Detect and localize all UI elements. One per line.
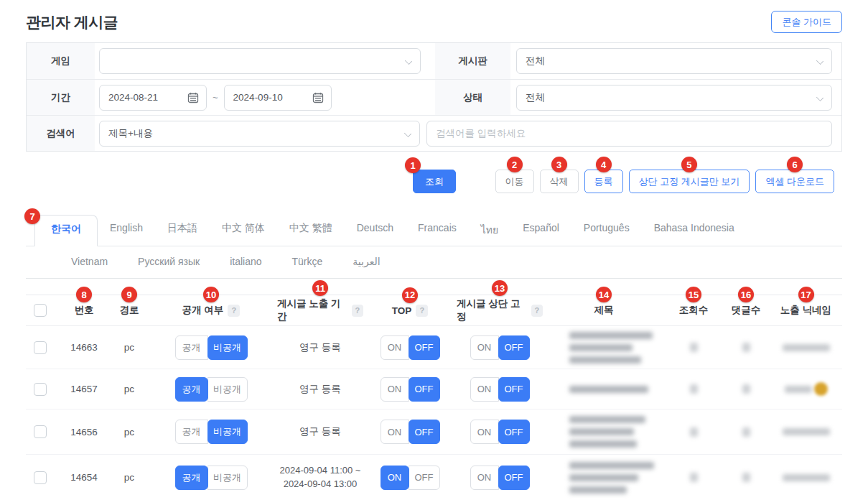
top-toggle[interactable]: ONOFF — [381, 377, 440, 402]
help-icon[interactable]: ? — [228, 305, 240, 317]
post-period: 2024-09-04 11:00 ~2024-09-04 13:00 — [277, 464, 363, 491]
action-row: 1 조회 2 이동 3 삭제 4 등록 5 상단 고정 게시글만 보기 6 엑셀 — [26, 170, 842, 194]
emoji-icon — [814, 382, 828, 396]
keyword-input[interactable] — [426, 121, 832, 147]
pinned-only-button[interactable]: 상단 고정 게시글만 보기 — [629, 170, 750, 193]
status-label: 상태 — [435, 80, 510, 115]
search-button[interactable]: 조회 — [413, 170, 456, 193]
help-icon[interactable]: ? — [352, 305, 363, 317]
chevron-down-icon — [406, 58, 411, 64]
board-label: 게시판 — [435, 43, 510, 79]
post-path: pc — [113, 342, 145, 353]
header-no: 8번호 — [55, 304, 113, 317]
annotation-badge-6: 6 — [787, 157, 803, 172]
pin-toggle[interactable]: ONOFF — [470, 420, 530, 444]
language-tabs: 7 한국어 English 日本語 中文 简体 中文 繁體 Deutsch Fr… — [26, 215, 842, 279]
header-title: 14제목 — [543, 304, 665, 317]
post-no: 14657 — [55, 384, 113, 394]
tab-chinese-simplified[interactable]: 中文 简体 — [210, 215, 277, 246]
pin-toggle[interactable]: ONOFF — [470, 335, 530, 360]
tab-spanish[interactable]: Español — [510, 215, 571, 246]
post-period: 영구 등록 — [277, 425, 363, 438]
post-no: 14656 — [55, 427, 113, 438]
annotation-badge-15: 15 — [686, 287, 701, 302]
row-checkbox[interactable] — [34, 425, 47, 438]
date-to-input[interactable]: 2024-09-10 — [224, 85, 332, 111]
header-path: 9경로 — [113, 304, 145, 317]
page-header: 관리자 게시글 콘솔 가이드 — [26, 0, 842, 33]
post-views-redacted — [665, 384, 722, 394]
post-path: pc — [113, 472, 145, 483]
visibility-toggle[interactable]: 공개비공개 — [175, 335, 248, 360]
post-comments-redacted — [722, 427, 770, 437]
header-views: 15조회수 — [665, 304, 722, 317]
post-period: 영구 등록 — [277, 341, 363, 354]
help-icon[interactable]: ? — [416, 305, 428, 317]
tab-italian[interactable]: italiano — [215, 256, 276, 267]
date-from-input[interactable]: 2024-08-21 — [99, 85, 207, 111]
console-guide-button[interactable]: 콘솔 가이드 — [771, 11, 842, 33]
post-comments-redacted — [722, 384, 770, 394]
annotation-badge-9: 9 — [121, 287, 137, 302]
tab-thai[interactable]: ไทย — [469, 215, 510, 246]
tab-english[interactable]: English — [98, 215, 155, 246]
game-select[interactable] — [99, 48, 421, 74]
keyword-label: 검색어 — [27, 116, 95, 151]
visibility-toggle[interactable]: 공개비공개 — [175, 466, 248, 490]
pin-toggle[interactable]: ONOFF — [470, 377, 530, 402]
tab-indonesian[interactable]: Bahasa Indonesia — [642, 215, 747, 246]
annotation-badge-3: 3 — [551, 157, 567, 172]
tab-russian[interactable]: Русский язык — [123, 256, 215, 267]
table-row: 14663 pc 공개비공개 영구 등록 ONOFF ONOFF — [26, 326, 842, 369]
keyword-type-select[interactable]: 제목+내용 — [99, 121, 420, 147]
pin-toggle[interactable]: ONOFF — [470, 466, 530, 490]
annotation-badge-8: 8 — [76, 287, 92, 302]
row-checkbox[interactable] — [34, 341, 47, 354]
help-icon[interactable]: ? — [531, 305, 543, 317]
register-button[interactable]: 등록 — [584, 170, 623, 193]
status-select[interactable]: 전체 — [516, 85, 832, 111]
excel-download-button[interactable]: 엑셀 다운로드 — [755, 170, 834, 193]
annotation-badge-11: 11 — [312, 280, 328, 296]
row-checkbox[interactable] — [34, 471, 47, 484]
row-checkbox[interactable] — [34, 383, 47, 396]
top-toggle[interactable]: ONOFF — [381, 335, 440, 360]
annotation-badge-16: 16 — [738, 287, 754, 302]
tab-arabic[interactable]: العربية — [337, 256, 395, 267]
posts-table: 8번호 9경로 10공개 여부? 11게시글 노출 기간? 12TOP? 13게… — [26, 295, 842, 500]
calendar-icon — [312, 92, 324, 103]
annotation-badge-10: 10 — [203, 287, 219, 302]
board-select[interactable]: 전체 — [516, 48, 832, 74]
visibility-toggle[interactable]: 공개비공개 — [175, 377, 248, 402]
tab-turkish[interactable]: Türkçe — [277, 256, 338, 267]
post-views-redacted — [665, 473, 722, 482]
chevron-down-icon — [405, 131, 411, 136]
header-nickname: 17노출 닉네임 — [770, 304, 842, 317]
post-title-redacted — [543, 416, 665, 448]
tab-german[interactable]: Deutsch — [345, 215, 406, 246]
tab-japanese[interactable]: 日本語 — [155, 215, 210, 246]
top-toggle[interactable]: ONOFF — [381, 466, 440, 490]
post-path: pc — [113, 427, 145, 438]
header-period: 11게시글 노출 기간? — [277, 297, 363, 323]
filter-row-3: 검색어 제목+내용 — [27, 115, 841, 151]
visibility-toggle[interactable]: 공개비공개 — [175, 420, 248, 444]
tab-vietnamese[interactable]: Vietnam — [56, 256, 123, 267]
annotation-badge-2: 2 — [507, 157, 523, 172]
move-button[interactable]: 이동 — [495, 170, 534, 193]
post-path: pc — [113, 384, 145, 394]
tab-portuguese[interactable]: Português — [571, 215, 642, 246]
post-nickname-redacted — [770, 344, 842, 351]
tab-french[interactable]: Francais — [406, 215, 469, 246]
tab-chinese-traditional[interactable]: 中文 繁體 — [277, 215, 345, 246]
post-nickname-redacted — [770, 474, 842, 481]
post-comments-redacted — [722, 473, 770, 482]
tab-korean[interactable]: 7 한국어 — [34, 215, 98, 246]
select-all-checkbox[interactable] — [34, 304, 47, 317]
page-title: 관리자 게시글 — [26, 12, 118, 32]
annotation-badge-13: 13 — [492, 280, 508, 296]
post-comments-redacted — [722, 343, 770, 352]
delete-button[interactable]: 삭제 — [540, 170, 579, 193]
table-row: 14654 pc 공개비공개 2024-09-04 11:00 ~2024-09… — [26, 455, 842, 500]
top-toggle[interactable]: ONOFF — [381, 420, 440, 444]
